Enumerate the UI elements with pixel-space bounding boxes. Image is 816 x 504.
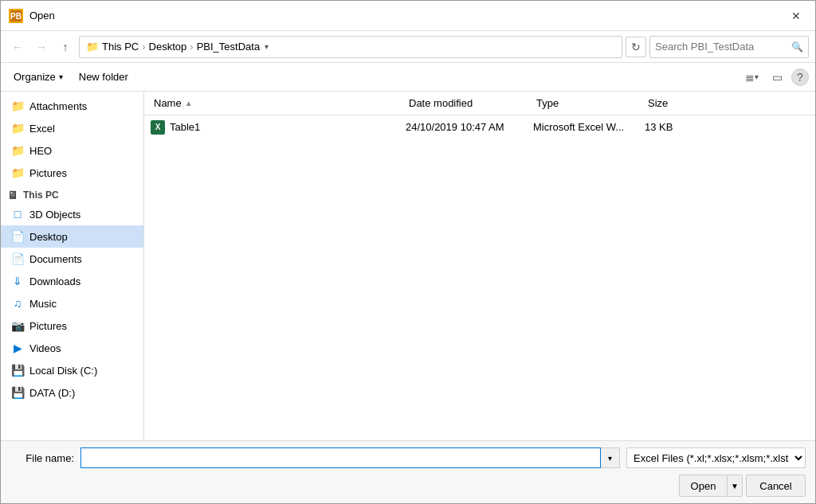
file-list-container: Name ▲ Date modified Type Size Table1	[144, 92, 815, 440]
search-bar: 🔍	[649, 36, 809, 58]
organize-dropdown-icon: ▾	[59, 72, 63, 81]
thispc-label: This PC	[23, 189, 59, 201]
sort-arrow-icon: ▲	[185, 99, 193, 107]
svg-text:PB: PB	[10, 12, 22, 21]
sidebar-item-music[interactable]: ♫ Music	[1, 292, 143, 315]
refresh-button[interactable]: ↻	[626, 37, 646, 57]
folder-icon: 📁	[10, 121, 25, 135]
refresh-icon: ↻	[631, 41, 641, 53]
filename-row: File name: ▾ Excel Files (*.xl;*.xlsx;*.…	[10, 447, 806, 468]
file-date-value: 24/10/2019 10:47 AM	[406, 121, 504, 133]
folder-icon: 📁	[10, 143, 25, 158]
col-header-name[interactable]: Name ▲	[151, 92, 406, 115]
sidebar-item-pictures-quick[interactable]: 📁 Pictures	[1, 162, 143, 184]
sidebar-item-heo[interactable]: 📁 HEO	[1, 139, 143, 162]
data-icon: 💾	[10, 385, 25, 400]
search-input[interactable]	[655, 41, 791, 53]
file-size-cell: 13 KB	[645, 121, 708, 133]
breadcrumb-dropdown[interactable]: ▾	[263, 42, 270, 51]
open-button[interactable]: Open	[679, 475, 727, 497]
sidebar-item-pictures[interactable]: 📷 Pictures	[1, 315, 143, 337]
sidebar-label-heo: HEO	[29, 145, 52, 157]
cancel-button[interactable]: Cancel	[746, 475, 806, 497]
preview-icon: ▭	[772, 71, 783, 84]
filename-dropdown-icon: ▾	[608, 454, 612, 463]
sidebar-item-data[interactable]: 💾 DATA (D:)	[1, 381, 143, 404]
sidebar-section-thispc[interactable]: 🖥 This PC	[1, 184, 143, 203]
search-icon: 🔍	[791, 41, 803, 53]
localdisk-icon: 💾	[10, 363, 25, 377]
sidebar-label-desktop: Desktop	[29, 231, 68, 243]
sidebar-item-downloads[interactable]: ⇓ Downloads	[1, 270, 143, 292]
breadcrumb-item-desktop[interactable]: Desktop	[149, 41, 187, 53]
open-dialog: PB Open ✕ ← → ↑ 📁 This PC › Desktop › PB…	[0, 0, 816, 504]
forward-button[interactable]: →	[31, 37, 52, 57]
help-button[interactable]: ?	[791, 68, 809, 86]
view-icon: ≣	[745, 71, 755, 84]
documents-icon: 📄	[10, 252, 25, 266]
col-name-label: Name	[154, 97, 182, 109]
filename-dropdown-button[interactable]: ▾	[601, 447, 620, 468]
col-header-type[interactable]: Type	[533, 92, 645, 115]
sidebar-item-attachments[interactable]: 📁 Attachments	[1, 95, 143, 117]
sidebar-label-music: Music	[29, 298, 57, 310]
file-name-cell: Table1	[151, 120, 406, 135]
view-dropdown-icon: ▾	[755, 72, 759, 81]
table-row[interactable]: Table1 24/10/2019 10:47 AM Microsoft Exc…	[144, 115, 815, 139]
breadcrumb[interactable]: 📁 This PC › Desktop › PBI_TestData ▾	[79, 36, 622, 58]
sidebar-label-attachments: Attachments	[29, 100, 87, 112]
breadcrumb-folder-icon: 📁	[86, 41, 99, 53]
open-dropdown-button[interactable]: ▼	[727, 475, 743, 497]
sidebar-label-downloads: Downloads	[29, 275, 80, 287]
sidebar-item-desktop[interactable]: 📄 Desktop	[1, 225, 143, 248]
breadcrumb-item-thispc[interactable]: This PC	[102, 41, 139, 53]
filetype-select[interactable]: Excel Files (*.xl;*.xlsx;*.xlsm;*.xlst	[626, 447, 806, 468]
breadcrumb-sep-1: ›	[142, 41, 145, 53]
title-bar: PB Open ✕	[1, 1, 815, 31]
title-controls: ✕	[785, 6, 807, 25]
videos-icon: ▶	[10, 341, 25, 355]
organize-button[interactable]: Organize ▾	[7, 67, 69, 88]
col-header-date[interactable]: Date modified	[406, 92, 533, 115]
file-size-value: 13 KB	[645, 121, 673, 133]
open-button-group: Open ▼	[679, 475, 743, 497]
file-date-cell: 24/10/2019 10:47 AM	[406, 121, 533, 133]
sidebar-label-pictures: Pictures	[29, 320, 67, 332]
sidebar-item-3dobjects[interactable]: □ 3D Objects	[1, 203, 143, 225]
close-button[interactable]: ✕	[785, 6, 807, 25]
sidebar: 📁 Attachments 📁 Excel 📁 HEO 📁 Pictures 🖥…	[1, 92, 144, 440]
breadcrumb-item-folder[interactable]: PBI_TestData	[197, 41, 261, 53]
filename-input-wrapper: ▾	[80, 447, 620, 468]
filetype-select-wrapper: Excel Files (*.xl;*.xlsx;*.xlsm;*.xlst	[626, 447, 806, 468]
sidebar-item-videos[interactable]: ▶ Videos	[1, 337, 143, 359]
sidebar-label-3dobjects: 3D Objects	[29, 209, 80, 221]
back-button[interactable]: ←	[7, 37, 28, 57]
pictures-icon: 📷	[10, 318, 25, 333]
forward-icon: →	[36, 41, 47, 53]
col-type-label: Type	[536, 97, 559, 109]
filename-label: File name:	[10, 452, 74, 464]
new-folder-button[interactable]: New folder	[73, 67, 135, 88]
up-button[interactable]: ↑	[55, 37, 76, 57]
sidebar-item-localdisk[interactable]: 💾 Local Disk (C:)	[1, 359, 143, 381]
preview-button[interactable]: ▭	[766, 67, 788, 88]
breadcrumb-sep-2: ›	[190, 41, 193, 53]
sidebar-label-localdisk: Local Disk (C:)	[29, 365, 97, 377]
file-type-value: Microsoft Excel W...	[533, 121, 624, 133]
music-icon: ♫	[10, 296, 25, 311]
sidebar-label-excel: Excel	[29, 123, 55, 135]
sidebar-item-excel[interactable]: 📁 Excel	[1, 117, 143, 139]
sidebar-item-documents[interactable]: 📄 Documents	[1, 248, 143, 270]
up-icon: ↑	[63, 41, 69, 53]
open-dropdown-icon: ▼	[731, 482, 739, 490]
col-size-label: Size	[648, 97, 668, 109]
excel-file-icon	[151, 120, 165, 135]
col-header-size[interactable]: Size	[645, 92, 708, 115]
thispc-icon: 🖥	[7, 189, 18, 201]
dialog-title: Open	[29, 10, 785, 21]
new-folder-label: New folder	[79, 71, 128, 83]
filename-input[interactable]	[80, 447, 601, 468]
view-toggle-button[interactable]: ≣ ▾	[740, 67, 763, 88]
file-name-label: Table1	[170, 121, 200, 133]
back-icon: ←	[12, 41, 23, 53]
